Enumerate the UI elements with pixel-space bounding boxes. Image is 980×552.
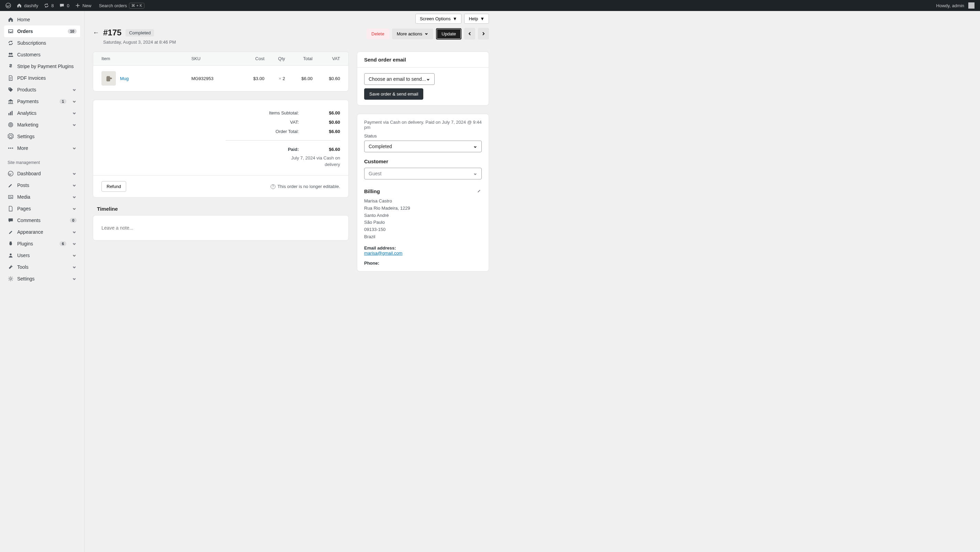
sidebar-item-users[interactable]: Users xyxy=(4,249,80,261)
update-button[interactable]: Update xyxy=(436,28,461,40)
site-link[interactable]: dashify xyxy=(14,0,41,11)
chevron-down-icon xyxy=(72,265,77,270)
timeline-note-input[interactable] xyxy=(98,218,344,238)
sidebar-item-label: Comments xyxy=(17,217,66,223)
plus-icon xyxy=(75,3,81,8)
edit-billing-icon[interactable] xyxy=(477,188,482,194)
gear-icon xyxy=(8,133,14,140)
sidebar-item-customers[interactable]: Customers xyxy=(4,49,80,60)
svg-point-10 xyxy=(10,124,11,125)
howdy-link[interactable]: Howdy, admin xyxy=(934,0,977,11)
sidebar-item-home[interactable]: Home xyxy=(4,14,80,25)
sidebar-item-subscriptions[interactable]: Subscriptions xyxy=(4,37,80,49)
sidebar-item-label: Settings xyxy=(17,276,68,281)
comments-link[interactable]: 0 xyxy=(56,0,72,11)
inbox-icon xyxy=(8,28,14,34)
chevron-down-icon xyxy=(72,276,77,281)
paid-label: Paid: xyxy=(288,147,299,152)
sidebar-item-stripe[interactable]: Stripe by Payment Plugins xyxy=(4,60,80,72)
chevron-down-icon xyxy=(72,183,77,188)
sidebar-item-tools[interactable]: Tools xyxy=(4,261,80,273)
sidebar-item-appearance[interactable]: Appearance xyxy=(4,226,80,238)
order-items-card: Item SKU Cost Qty Total VAT Mug MG932953 xyxy=(93,52,349,91)
search-orders[interactable]: Search orders⌘ + K xyxy=(94,3,148,9)
more-actions-button[interactable]: More actions xyxy=(392,29,433,39)
product-link[interactable]: Mug xyxy=(120,76,129,81)
sidebar-item-pages[interactable]: Pages xyxy=(4,203,80,214)
phone-label: Phone: xyxy=(364,260,482,266)
payment-meta: Payment via Cash on delivery. Paid on Ju… xyxy=(364,120,482,130)
screen-options-button[interactable]: Screen Options▼ xyxy=(415,14,461,24)
subtotal-label: Items Subtotal: xyxy=(269,110,299,116)
plug-icon xyxy=(8,241,14,247)
billing-address-line: Santo André xyxy=(364,212,482,219)
new-label: New xyxy=(83,3,91,8)
sidebar-item-label: Stripe by Payment Plugins xyxy=(17,63,77,69)
search-label: Search orders xyxy=(99,3,127,8)
svg-point-16 xyxy=(10,196,11,197)
prev-order-button[interactable] xyxy=(464,28,475,40)
wp-logo[interactable] xyxy=(3,0,14,11)
refund-button[interactable]: Refund xyxy=(102,181,126,192)
send-email-title: Send order email xyxy=(357,52,488,68)
sidebar-item-posts[interactable]: Posts xyxy=(4,179,80,191)
billing-address-line: Brazil xyxy=(364,233,482,241)
item-qty: 2 xyxy=(283,76,285,81)
orders-count-badge: 10 xyxy=(68,29,77,34)
new-link[interactable]: New xyxy=(72,0,94,11)
col-header-qty: Qty xyxy=(264,56,285,61)
sidebar-item-label: Products xyxy=(17,87,68,92)
sidebar-item-settings2[interactable]: Settings xyxy=(4,273,80,285)
sidebar-item-pdf-invoices[interactable]: PDF Invoices xyxy=(4,72,80,84)
back-arrow[interactable]: ← xyxy=(93,29,99,36)
next-order-button[interactable] xyxy=(478,28,489,40)
stripe-icon xyxy=(8,63,14,70)
wordpress-icon xyxy=(5,3,11,8)
svg-rect-15 xyxy=(9,195,13,199)
paid-subtext: July 7, 2024 via Cash on xyxy=(102,155,340,160)
sidebar-item-payments[interactable]: Payments1 xyxy=(4,95,80,107)
sidebar-item-more[interactable]: More xyxy=(4,142,80,154)
send-email-button[interactable]: Save order & send email xyxy=(364,88,423,100)
svg-point-2 xyxy=(9,53,11,55)
sidebar-item-label: Payments xyxy=(17,98,56,104)
sidebar-item-media[interactable]: Media xyxy=(4,191,80,203)
product-thumbnail xyxy=(102,71,116,86)
status-select[interactable]: Completed xyxy=(364,141,482,152)
order-status-pill: Completed xyxy=(126,29,154,36)
sidebar-item-products[interactable]: Products xyxy=(4,84,80,95)
chevron-down-icon xyxy=(72,241,77,246)
help-button[interactable]: Help▼ xyxy=(464,14,489,24)
vat-value: $0.60 xyxy=(313,120,340,125)
sidebar-item-label: Settings xyxy=(17,134,77,139)
customer-select[interactable]: Guest xyxy=(364,168,482,179)
target-icon xyxy=(8,122,14,128)
sidebar-item-plugins[interactable]: Plugins6 xyxy=(4,238,80,249)
sidebar-item-orders[interactable]: Orders10 xyxy=(4,25,80,37)
sidebar-item-settings[interactable]: Settings xyxy=(4,131,80,142)
users-icon xyxy=(8,52,14,58)
more-actions-label: More actions xyxy=(397,31,422,36)
chevron-left-icon xyxy=(468,32,472,36)
sidebar-item-marketing[interactable]: Marketing xyxy=(4,119,80,131)
pin-icon xyxy=(8,182,14,188)
comment-icon xyxy=(8,217,14,224)
billing-address-line: 09133-150 xyxy=(364,226,482,233)
chevron-down-icon xyxy=(72,87,77,92)
document-icon xyxy=(8,75,14,81)
email-select[interactable]: Choose an email to send... xyxy=(364,73,434,85)
caret-down-icon: ▼ xyxy=(480,16,485,21)
status-select-value: Completed xyxy=(369,144,392,149)
sidebar-item-analytics[interactable]: Analytics xyxy=(4,107,80,119)
sidebar-item-dashboard[interactable]: Dashboard xyxy=(4,168,80,179)
billing-email-link[interactable]: marisa@gmail.com xyxy=(364,251,402,256)
refresh-icon xyxy=(44,3,49,8)
sidebar-item-comments[interactable]: Comments0 xyxy=(4,214,80,226)
svg-point-3 xyxy=(11,53,13,55)
updates-link[interactable]: 8 xyxy=(41,0,56,11)
sidebar-item-label: Dashboard xyxy=(17,171,68,176)
delete-button[interactable]: Delete xyxy=(367,29,389,39)
vat-label: VAT: xyxy=(290,120,299,125)
sidebar-item-label: Analytics xyxy=(17,110,68,116)
not-editable-note: This order is no longer editable. xyxy=(277,184,340,189)
